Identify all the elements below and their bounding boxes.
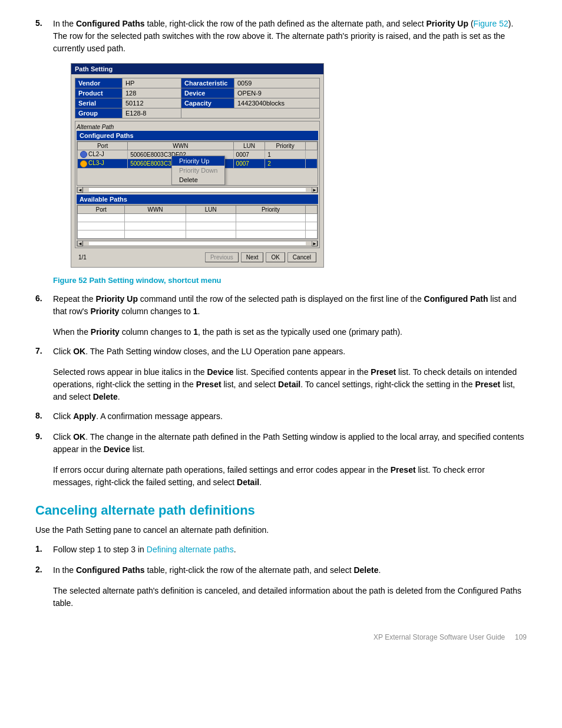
group-extra — [181, 108, 320, 118]
avail-col-priority: Priority — [236, 205, 305, 213]
step-5-text: In the Configured Paths table, right-cli… — [53, 18, 527, 55]
step-6-bold3: Priority — [90, 307, 119, 316]
serial-label: Serial — [75, 98, 123, 108]
row2-priority: 2 — [265, 159, 306, 168]
step-7-sub-bold5: Preset — [475, 380, 500, 389]
step-7-sub-bold1: Device — [207, 367, 233, 377]
col-extra — [306, 142, 318, 150]
available-paths-thead: Port WWN LUN Priority — [78, 205, 318, 213]
window-body: Vendor HP Characteristic 0059 Product 12… — [71, 74, 323, 267]
step-7-sub-bold6: Delete — [93, 392, 118, 401]
product-value: 128 — [123, 88, 181, 98]
avail-empty-14 — [236, 230, 305, 238]
row2-lun: 0007 — [233, 159, 265, 168]
avail-empty-3 — [186, 213, 236, 222]
context-menu: Priority Up Priority Down Delete — [171, 156, 225, 185]
step-6-number: 6. — [35, 294, 53, 303]
menu-priority-up[interactable]: Priority Up — [172, 156, 224, 166]
capacity-label: Capacity — [181, 98, 234, 108]
scroll-left-btn[interactable]: ◄ — [77, 187, 83, 193]
col-wwn: WWN — [128, 142, 233, 150]
next-button[interactable]: Next — [241, 252, 264, 262]
avail-scroll-right[interactable]: ► — [312, 241, 318, 246]
row1-extra — [306, 150, 318, 159]
avail-empty-11 — [78, 230, 125, 238]
info-row-2: Product 128 Device OPEN-9 — [75, 88, 320, 98]
avail-empty-7 — [125, 222, 186, 230]
page-indicator: 1/1 — [78, 254, 87, 261]
col-lun: LUN — [233, 142, 265, 150]
port-icon-2 — [80, 160, 87, 167]
ok-button[interactable]: OK — [266, 252, 285, 262]
scroll-track — [89, 188, 306, 192]
available-paths-grid: Port WWN LUN Priority — [77, 205, 318, 239]
step-6-sub-bold2: 1 — [193, 327, 198, 337]
characteristic-value: 0059 — [234, 78, 320, 88]
step-5-bold2: Priority Up — [426, 19, 468, 28]
page-number: 109 — [515, 633, 527, 641]
row2-port: CL3-J — [78, 159, 128, 168]
avail-scroll-left[interactable]: ◄ — [77, 241, 83, 246]
step-6: 6. Repeat the Priority Up command until … — [35, 293, 527, 318]
figure-52-link[interactable]: Figure 52 — [474, 19, 508, 28]
device-value: OPEN-9 — [234, 88, 320, 98]
product-label: Product — [75, 88, 123, 98]
screenshot-container: Path Setting Vendor HP Characteristic 00… — [53, 63, 527, 268]
configured-paths-scrollbar[interactable]: ◄ ► — [77, 187, 318, 193]
step-6-sub-bold1: Priority — [91, 327, 120, 337]
step-9-sub: If errors occur during alternate path op… — [53, 464, 527, 489]
menu-delete[interactable]: Delete — [172, 175, 224, 185]
avail-empty-5 — [306, 213, 318, 222]
section-step-2: 2. In the Configured Paths table, right-… — [35, 564, 527, 577]
step-7-sub-bold2: Preset — [371, 367, 396, 377]
step-9-sub-bold1: Preset — [391, 465, 416, 475]
capacity-value: 14423040blocks — [234, 98, 320, 108]
row2-extra — [306, 159, 318, 168]
step-9: 9. Click OK. The change in the alternate… — [35, 431, 527, 456]
section-step-1: 1. Follow step 1 to step 3 in Defining a… — [35, 543, 527, 556]
info-table: Vendor HP Characteristic 0059 Product 12… — [75, 78, 320, 118]
device-label: Device — [181, 88, 234, 98]
avail-empty-12 — [125, 230, 186, 238]
configured-paths-header: Configured Paths — [77, 131, 318, 140]
scroll-right-btn[interactable]: ► — [312, 187, 318, 193]
avail-col-lun: LUN — [186, 205, 236, 213]
window-titlebar: Path Setting — [71, 64, 323, 74]
row1-port: CL2-J — [78, 150, 128, 159]
figure-52-caption: Figure 52 Path Setting window, shortcut … — [53, 276, 527, 285]
configured-paths-grid: Port WWN LUN Priority CL2-J — [77, 141, 318, 186]
row1-lun: 0007 — [233, 150, 265, 159]
available-paths-tbody — [78, 213, 318, 238]
step-7-text: Click OK. The Path Setting window closes… — [53, 345, 527, 358]
col-port: Port — [78, 142, 128, 150]
vendor-value: HP — [123, 78, 181, 88]
step-9-text: Click OK. The change in the alternate pa… — [53, 431, 527, 456]
available-empty-row-3 — [78, 230, 318, 238]
previous-button[interactable]: Previous — [205, 252, 239, 262]
step-7-sub: Selected rows appear in blue italics in … — [53, 366, 527, 403]
configured-paths-thead: Port WWN LUN Priority — [78, 142, 318, 150]
page-footer: XP External Storage Software User Guide … — [35, 633, 527, 641]
step-7-number: 7. — [35, 346, 53, 355]
cancel-button[interactable]: Cancel — [287, 252, 316, 262]
section-intro: Use the Path Setting pane to cancel an a… — [35, 524, 527, 536]
step-9-sub-bold2: Detail — [237, 477, 259, 487]
avail-scroll-track — [89, 242, 306, 245]
step-6-bold4: 1 — [193, 307, 198, 316]
info-row-1: Vendor HP Characteristic 0059 — [75, 78, 320, 88]
section-heading: Canceling alternate path definitions — [35, 503, 527, 518]
step-8-text: Click Apply. A confirmation message appe… — [53, 410, 527, 423]
row1-priority: 1 — [265, 150, 306, 159]
defining-alt-paths-link[interactable]: Defining alternate paths — [147, 545, 234, 554]
info-row-3: Serial 50112 Capacity 14423040blocks — [75, 98, 320, 108]
section-step-1-number: 1. — [35, 544, 53, 554]
avail-empty-4 — [236, 213, 305, 222]
available-paths-scrollbar[interactable]: ◄ ► — [77, 241, 318, 246]
avail-empty-1 — [78, 213, 125, 222]
serial-value: 50112 — [123, 98, 181, 108]
context-menu-wrapper: Priority Up Priority Down Delete — [171, 156, 225, 185]
menu-priority-down: Priority Down — [172, 166, 224, 175]
step-8-number: 8. — [35, 411, 53, 420]
avail-empty-6 — [78, 222, 125, 230]
step-6-bold2: Configured Path — [424, 294, 488, 304]
